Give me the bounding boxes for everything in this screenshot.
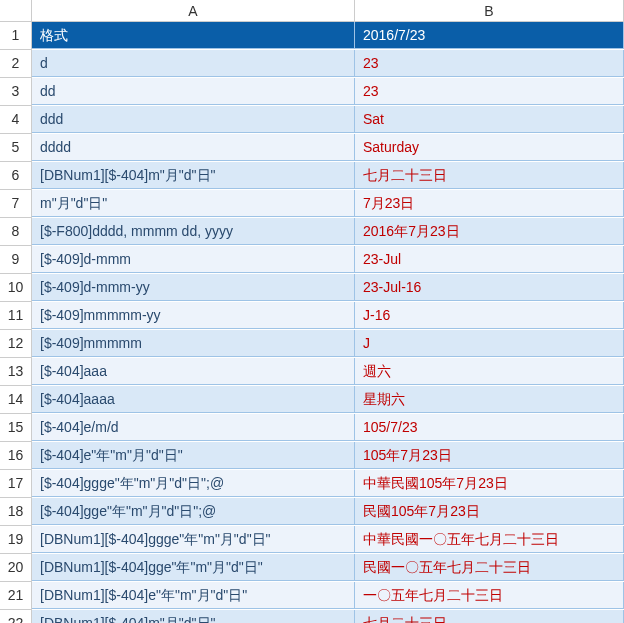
row-header[interactable]: 1 [0,22,32,50]
cell-B[interactable]: 民國105年7月23日 [355,498,624,525]
row-header[interactable]: 13 [0,358,32,386]
cell-B[interactable]: 週六 [355,358,624,385]
cell-A[interactable]: ddd [32,106,355,133]
row-header[interactable]: 21 [0,582,32,610]
cell-A[interactable]: [$-404]ggge"年"m"月"d"日";@ [32,470,355,497]
cell-B[interactable]: 105/7/23 [355,414,624,441]
header-cell-A[interactable]: 格式 [32,22,355,49]
row-header[interactable]: 10 [0,274,32,302]
cell-A[interactable]: [$-404]aaa [32,358,355,385]
cell-A[interactable]: [DBNum1][$-404]ggge"年"m"月"d"日" [32,526,355,553]
cell-A[interactable]: [$-F800]dddd, mmmm dd, yyyy [32,218,355,245]
cell-A[interactable]: [$-409]d-mmm [32,246,355,273]
cell-A[interactable]: d [32,50,355,77]
cell-A[interactable]: [$-404]gge"年"m"月"d"日";@ [32,498,355,525]
row-header[interactable]: 20 [0,554,32,582]
row-header[interactable]: 12 [0,330,32,358]
column-header-B[interactable]: B [355,0,624,22]
row-header[interactable]: 2 [0,50,32,78]
cell-B[interactable]: 23-Jul-16 [355,274,624,301]
cell-A[interactable]: [$-409]mmmmm [32,330,355,357]
row-header[interactable]: 9 [0,246,32,274]
row-header[interactable]: 15 [0,414,32,442]
row-header[interactable]: 14 [0,386,32,414]
cell-B[interactable]: 23-Jul [355,246,624,273]
spreadsheet: A B 1 格式 2016/7/23 2 d 23 3 dd 23 4 ddd … [0,0,624,623]
cell-A[interactable]: [DBNum1][$-404]gge"年"m"月"d"日" [32,554,355,581]
row-header[interactable]: 11 [0,302,32,330]
cell-B[interactable]: 一〇五年七月二十三日 [355,582,624,609]
cell-B[interactable]: 星期六 [355,386,624,413]
row-header[interactable]: 8 [0,218,32,246]
cell-B[interactable]: 7月23日 [355,190,624,217]
cell-A[interactable]: m"月"d"日" [32,190,355,217]
row-header[interactable]: 16 [0,442,32,470]
cell-B[interactable]: 105年7月23日 [355,442,624,469]
cell-B[interactable]: 中華民國一〇五年七月二十三日 [355,526,624,553]
cell-B[interactable]: 民國一〇五年七月二十三日 [355,554,624,581]
cell-A[interactable]: [$-409]mmmmm-yy [32,302,355,329]
row-header[interactable]: 6 [0,162,32,190]
cell-B[interactable]: 23 [355,50,624,77]
row-header[interactable]: 4 [0,106,32,134]
row-header[interactable]: 5 [0,134,32,162]
cell-B[interactable]: 23 [355,78,624,105]
cell-B[interactable]: 七月二十三日 [355,610,624,623]
cell-B[interactable]: 七月二十三日 [355,162,624,189]
cell-A[interactable]: dd [32,78,355,105]
cell-A[interactable]: [$-404]e"年"m"月"d"日" [32,442,355,469]
cell-B[interactable]: J [355,330,624,357]
row-header[interactable]: 18 [0,498,32,526]
cell-A[interactable]: [DBNum1][$-404]m"月"d"日" [32,162,355,189]
header-cell-B[interactable]: 2016/7/23 [355,22,624,49]
cell-A[interactable]: [DBNum1][$-404]m"月"d"日" [32,610,355,623]
column-header-A[interactable]: A [32,0,355,22]
cell-B[interactable]: J-16 [355,302,624,329]
row-header[interactable]: 19 [0,526,32,554]
cell-B[interactable]: Sat [355,106,624,133]
row-header[interactable]: 22 [0,610,32,623]
cell-A[interactable]: [$-409]d-mmm-yy [32,274,355,301]
cell-B[interactable]: 中華民國105年7月23日 [355,470,624,497]
row-header[interactable]: 3 [0,78,32,106]
cell-B[interactable]: Saturday [355,134,624,161]
cell-A[interactable]: [$-404]aaaa [32,386,355,413]
corner-cell[interactable] [0,0,32,22]
cell-B[interactable]: 2016年7月23日 [355,218,624,245]
cell-A[interactable]: dddd [32,134,355,161]
cell-A[interactable]: [$-404]e/m/d [32,414,355,441]
row-header[interactable]: 7 [0,190,32,218]
row-header[interactable]: 17 [0,470,32,498]
cell-A[interactable]: [DBNum1][$-404]e"年"m"月"d"日" [32,582,355,609]
